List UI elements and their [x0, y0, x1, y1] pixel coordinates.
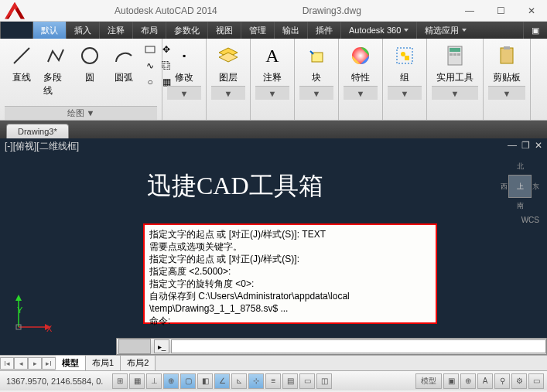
spline-icon[interactable]: ∿ — [142, 60, 158, 72]
svg-rect-2 — [145, 46, 155, 53]
vp-restore-icon[interactable]: ❐ — [521, 140, 530, 151]
clean-button[interactable]: ▭ — [528, 373, 544, 389]
svg-rect-16 — [504, 46, 510, 49]
menu-parametric[interactable]: 参数化 — [166, 22, 207, 39]
menu-featured[interactable]: 精选应用 — [416, 22, 474, 39]
cmd-drag-handle[interactable] — [118, 339, 151, 354]
menu-layout[interactable]: 布局 — [132, 22, 166, 39]
ws-button[interactable]: ⚙ — [511, 373, 527, 389]
polyline-icon — [43, 43, 68, 68]
model-tab[interactable]: 模型 — [56, 356, 86, 370]
qp-toggle[interactable]: ▭ — [299, 373, 315, 389]
otrack-toggle[interactable]: ∠ — [214, 373, 230, 389]
app-menu-button[interactable] — [0, 22, 32, 39]
annovis-button[interactable]: ⚲ — [494, 373, 510, 389]
svg-point-1 — [82, 48, 97, 63]
menu-expand-icon[interactable]: ▣ — [523, 22, 547, 39]
arc-button[interactable]: 圆弧 — [107, 42, 141, 106]
polar-toggle[interactable]: ⊕ — [163, 373, 179, 389]
layout-quick-button[interactable]: ▣ — [443, 373, 459, 389]
draw-panel-footer[interactable]: 绘图 ▼ — [5, 106, 157, 120]
coordinates[interactable]: 1367.9570, 2146.5584, 0. — [0, 377, 109, 386]
vp-minimize-icon[interactable]: — — [508, 140, 517, 151]
svg-rect-11 — [450, 48, 460, 52]
block-button[interactable]: 块 — [299, 42, 333, 86]
dyn-toggle[interactable]: ⊹ — [248, 373, 264, 389]
clipboard-button[interactable]: 剪贴板 — [488, 42, 525, 86]
tab-next-button[interactable]: ▸ — [28, 357, 42, 370]
svg-rect-15 — [501, 48, 513, 63]
viewport[interactable]: [-][俯视][二维线框] — ❐ ✕ 迅捷CAD工具箱 北 西上东 南 WCS… — [0, 138, 547, 355]
group-icon — [392, 43, 417, 68]
model-tabs: I◂ ◂ ▸ ▸I 模型 布局1 布局2 — [0, 355, 547, 370]
3dosnap-toggle[interactable]: ◧ — [197, 373, 213, 389]
layout1-tab[interactable]: 布局1 — [86, 356, 121, 370]
layout2-tab[interactable]: 布局2 — [121, 356, 156, 370]
viewport-label[interactable]: [-][俯视][二维线框] — [5, 140, 79, 151]
ducs-toggle[interactable]: ⊾ — [231, 373, 247, 389]
maximize-button[interactable]: ☐ — [485, 0, 516, 22]
block-icon — [304, 43, 329, 68]
ellipse-icon[interactable]: ○ — [142, 76, 158, 88]
annoscale-button[interactable]: A — [477, 373, 493, 389]
svg-marker-18 — [15, 295, 22, 301]
properties-button[interactable]: 特性 — [344, 42, 378, 86]
tpy-toggle[interactable]: ▤ — [282, 373, 298, 389]
rect-icon[interactable] — [142, 43, 158, 56]
ribbon: 直线 多段线 圆 圆弧 ✥ ∿ ⿻ ○ ▦ — [0, 39, 547, 121]
cmd-prompt-icon[interactable]: ▸_ — [154, 339, 169, 353]
osnap-toggle[interactable]: ▢ — [180, 373, 196, 389]
tab-last-button[interactable]: ▸I — [42, 357, 56, 370]
wcs-label[interactable]: WCS — [501, 216, 539, 224]
layer-icon — [216, 43, 241, 68]
menu-insert[interactable]: 插入 — [66, 22, 99, 39]
command-input[interactable] — [171, 339, 546, 353]
menubar: 默认 插入 注释 布局 参数化 视图 管理 输出 插件 Autodesk 360… — [0, 22, 547, 39]
group-button[interactable]: 组 — [388, 42, 422, 86]
text-icon: A — [260, 43, 285, 68]
command-history: 指定文字的起点 或 [对正(J)/样式(S)]: TEXT 需要点或选项关键字。… — [143, 223, 437, 324]
vp-close-icon[interactable]: ✕ — [535, 140, 542, 151]
line-button[interactable]: 直线 — [5, 42, 39, 106]
viewcube[interactable]: 北 西上东 南 WCS — [501, 162, 539, 216]
titlebar: Autodesk AutoCAD 2014 Drawing3.dwg — ☐ ✕ — [0, 0, 547, 22]
modelspace-button[interactable]: 模型 — [415, 373, 442, 389]
doc-tab[interactable]: Drawing3* — [6, 124, 69, 138]
polyline-button[interactable]: 多段线 — [39, 42, 73, 106]
menu-plugin[interactable]: 插件 — [307, 22, 340, 39]
line-icon — [9, 43, 34, 68]
doc-tabbar: Drawing3* — [0, 121, 547, 138]
command-line: ▸_ — [116, 338, 547, 355]
circle-button[interactable]: 圆 — [73, 42, 107, 106]
svg-rect-13 — [453, 53, 456, 56]
calculator-icon — [443, 43, 467, 68]
drawing-text: 迅捷CAD工具箱 — [147, 169, 323, 203]
arc-icon — [111, 43, 136, 68]
minimize-button[interactable]: — — [454, 0, 485, 22]
menu-output[interactable]: 输出 — [274, 22, 307, 39]
sc-toggle[interactable]: ◫ — [316, 373, 332, 389]
menu-a360[interactable]: Autodesk 360 — [340, 22, 416, 39]
lwt-toggle[interactable]: ≡ — [265, 373, 281, 389]
nav-button[interactable]: ⊕ — [460, 373, 476, 389]
utilities-button[interactable]: 实用工具 — [432, 42, 478, 86]
svg-rect-9 — [405, 56, 409, 60]
tab-prev-button[interactable]: ◂ — [14, 357, 28, 370]
ucs-icon: YX — [6, 293, 53, 332]
ortho-toggle[interactable]: ⊥ — [146, 373, 162, 389]
circle-icon — [77, 43, 102, 68]
close-button[interactable]: ✕ — [516, 0, 547, 22]
menu-default[interactable]: 默认 — [32, 22, 66, 39]
menu-manage[interactable]: 管理 — [241, 22, 274, 39]
tab-first-button[interactable]: I◂ — [0, 357, 14, 370]
annotate-button[interactable]: A注释 — [255, 42, 289, 86]
modify-button[interactable]: ▪修改 — [167, 42, 201, 86]
layer-button[interactable]: 图层 — [211, 42, 245, 86]
snap-toggle[interactable]: ⊞ — [112, 373, 128, 389]
autocad-logo-icon[interactable] — [5, 2, 25, 19]
menu-annotate[interactable]: 注释 — [99, 22, 132, 39]
modify-icon: ▪ — [172, 43, 197, 68]
menu-view[interactable]: 视图 — [207, 22, 241, 39]
grid-toggle[interactable]: ▦ — [129, 373, 145, 389]
colorwheel-icon — [348, 43, 373, 68]
